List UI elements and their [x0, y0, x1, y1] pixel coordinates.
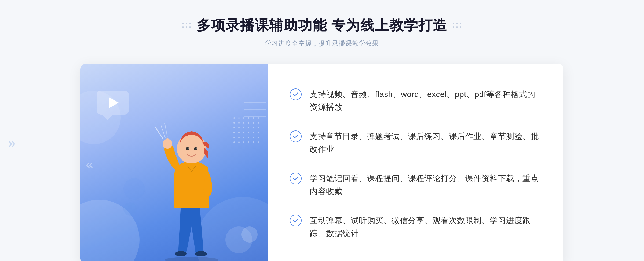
- checkmark-svg-2: [292, 133, 299, 140]
- decorator-dots-left: [182, 23, 191, 28]
- feature-text-1: 支持视频、音频、flash、word、excel、ppt、pdf等各种格式的资源…: [310, 88, 542, 114]
- decorator-dots-right: [453, 23, 462, 28]
- subtitle: 学习进度全掌握，提升录播课教学效果: [182, 39, 462, 48]
- page-wrapper: » 多项录播课辅助功能 专为线上教学打造 学习进度全掌握，提升录播课: [0, 0, 644, 261]
- chevron-left-icon: «: [86, 156, 93, 171]
- header-decorators: 多项录播课辅助功能 专为线上教学打造: [182, 16, 462, 35]
- svg-point-8: [188, 148, 189, 149]
- check-icon-1: [290, 88, 302, 100]
- small-circles: [123, 178, 145, 216]
- svg-point-9: [196, 148, 197, 149]
- feature-item-4: 互动弹幕、试听购买、微信分享、观看次数限制、学习进度跟踪、数据统计: [290, 206, 542, 248]
- svg-point-2: [195, 251, 207, 256]
- feature-item-2: 支持章节目录、弹题考试、课后练习、课后作业、章节测验、批改作业: [290, 122, 542, 164]
- illustration-panel: «: [80, 64, 268, 261]
- feature-text-3: 学习笔记回看、课程提问、课程评论打分、课件资料下载，重点内容收藏: [310, 172, 542, 198]
- main-title: 多项录播课辅助功能 专为线上教学打造: [197, 16, 447, 35]
- hatch-decoration: [244, 99, 266, 131]
- header-section: 多项录播课辅助功能 专为线上教学打造 学习进度全掌握，提升录播课教学效果: [182, 16, 462, 48]
- play-icon: [109, 97, 119, 108]
- svg-line-12: [165, 123, 167, 137]
- checkmark-svg-4: [292, 217, 299, 224]
- checkmark-svg-3: [292, 175, 299, 182]
- chevron-decoration-icon: »: [8, 135, 16, 150]
- check-icon-4: [290, 215, 302, 226]
- feature-text-2: 支持章节目录、弹题考试、课后练习、课后作业、章节测验、批改作业: [310, 130, 542, 156]
- play-bubble-inner: [97, 91, 129, 115]
- feature-text-4: 互动弹幕、试听购买、微信分享、观看次数限制、学习进度跟踪、数据统计: [310, 214, 542, 240]
- feature-item-1: 支持视频、音频、flash、word、excel、ppt、pdf等各种格式的资源…: [290, 80, 542, 122]
- play-bubble: [97, 91, 134, 120]
- person-illustration: [149, 114, 235, 261]
- svg-point-0: [165, 257, 218, 261]
- content-panel: 支持视频、音频、flash、word、excel、ppt、pdf等各种格式的资源…: [268, 64, 564, 261]
- page-decoration-left: »: [8, 135, 16, 151]
- svg-rect-4: [166, 138, 169, 146]
- checkmark-svg-1: [292, 91, 299, 98]
- check-icon-3: [290, 173, 302, 184]
- svg-point-1: [175, 251, 187, 256]
- check-icon-2: [290, 130, 302, 142]
- feature-item-3: 学习笔记回看、课程提问、课程评论打分、课件资料下载，重点内容收藏: [290, 164, 542, 206]
- svg-point-6: [186, 147, 189, 150]
- bottom-circle-2: [241, 226, 258, 243]
- svg-point-7: [194, 147, 197, 150]
- content-card: «: [80, 64, 564, 261]
- play-bubble-tail: [102, 115, 113, 120]
